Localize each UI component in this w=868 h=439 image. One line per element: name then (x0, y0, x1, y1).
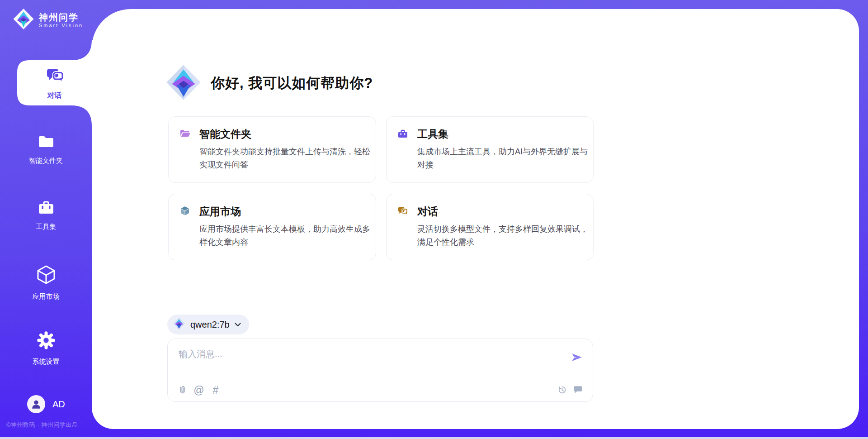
folder-open-icon (179, 128, 190, 141)
sidebar-item-label: 对话 (47, 91, 62, 100)
card-smart-folder[interactable]: 智能文件夹 智能文件夹功能支持批量文件上传与清洗，轻松实现文件问答 (168, 116, 376, 183)
composer-divider (175, 375, 583, 375)
toolbox-icon (397, 128, 408, 141)
cube-icon (179, 205, 190, 218)
chevron-down-icon (235, 320, 241, 329)
brand-diamond-icon (13, 8, 34, 32)
mention-icon[interactable]: @ (193, 385, 204, 396)
card-description: 集成市场上主流工具，助力AI与外界无缝扩展与对接 (417, 145, 590, 172)
brand-logo: 神州问学 Smart Vision (13, 8, 83, 32)
sidebar-item-toolset[interactable]: 工具集 (0, 199, 92, 231)
folder-icon (38, 134, 55, 151)
card-description: 智能文件夹功能支持批量文件上传与清洗，轻松实现文件问答 (199, 145, 372, 172)
card-description: 应用市场提供丰富长文本模板，助力高效生成多样化文章内容 (199, 223, 372, 249)
sidebar-item-label: 系统设置 (33, 358, 60, 366)
message-input[interactable] (179, 346, 549, 362)
brand-subtitle: Smart Vision (39, 23, 83, 28)
gear-icon (36, 330, 56, 352)
greeting-block: 你好, 我可以如何帮助你? (165, 64, 373, 102)
message-composer: @ # (167, 339, 593, 402)
assistant-diamond-icon (165, 64, 202, 102)
paperclip-icon[interactable] (177, 385, 188, 396)
card-title: 工具集 (417, 127, 448, 141)
sidebar-item-chat[interactable]: 对话 (17, 60, 92, 105)
comment-icon[interactable] (573, 385, 583, 395)
brand-name: 神州问学 (39, 12, 83, 23)
cube-icon (36, 264, 57, 286)
model-diamond-icon (173, 317, 185, 332)
sidebar-item-smart-folder[interactable]: 智能文件夹 (0, 134, 92, 165)
card-toolset[interactable]: 工具集 集成市场上主流工具，助力AI与外界无缝扩展与对接 (386, 116, 594, 183)
copyright-text: ©神州数码 · 神州问学出品 (6, 421, 78, 429)
sidebar-item-label: 工具集 (36, 223, 56, 231)
history-icon[interactable] (557, 385, 567, 395)
user-name: AD (52, 399, 65, 410)
greeting-title: 你好, 我可以如何帮助你? (211, 74, 373, 93)
sidebar-item-app-market[interactable]: 应用市场 (0, 264, 92, 301)
card-title: 对话 (417, 205, 438, 219)
sidebar-item-settings[interactable]: 系统设置 (0, 330, 92, 366)
send-icon[interactable] (571, 351, 583, 365)
chat-bubbles-icon (397, 205, 408, 218)
bottom-edge-strip (0, 437, 868, 439)
feature-cards: 智能文件夹 智能文件夹功能支持批量文件上传与清洗，轻松实现文件问答 工具集 集成… (168, 116, 594, 260)
user-profile[interactable]: AD (27, 395, 65, 413)
hashtag-icon[interactable]: # (210, 385, 221, 396)
card-description: 灵活切换多模型文件，支持多样回复效果调试，满足个性化需求 (417, 223, 590, 249)
sidebar: 神州问学 Smart Vision 对话 (0, 0, 92, 439)
sidebar-item-label: 智能文件夹 (29, 157, 63, 165)
card-title: 应用市场 (199, 205, 241, 219)
card-chat[interactable]: 对话 灵活切换多模型文件，支持多样回复效果调试，满足个性化需求 (386, 194, 594, 260)
card-app-market[interactable]: 应用市场 应用市场提供丰富长文本模板，助力高效生成多样化文章内容 (168, 194, 376, 260)
toolbox-icon (37, 199, 55, 217)
avatar (27, 395, 45, 413)
model-name: qwen2:7b (190, 320, 230, 330)
app-root: 神州问学 Smart Vision 对话 (0, 0, 868, 439)
chat-bubbles-icon (44, 65, 65, 88)
card-title: 智能文件夹 (199, 127, 251, 141)
sidebar-item-label: 应用市场 (33, 292, 60, 301)
model-selector[interactable]: qwen2:7b (167, 315, 249, 334)
